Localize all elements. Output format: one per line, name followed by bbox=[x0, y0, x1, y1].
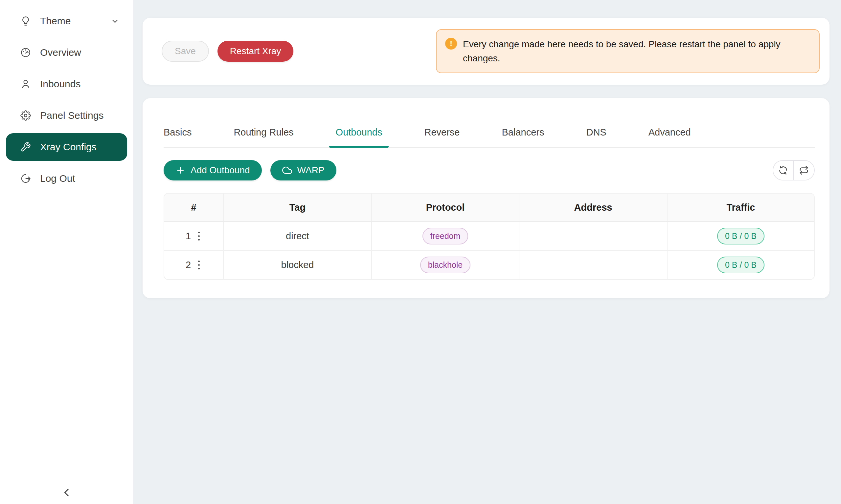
alert-text: Every change made here needs to be saved… bbox=[463, 37, 809, 66]
traffic-badge: 0 B / 0 B bbox=[717, 257, 765, 273]
warning-icon: ! bbox=[445, 38, 457, 50]
row-index: 2 bbox=[186, 259, 191, 270]
logout-icon bbox=[20, 173, 31, 184]
table-row: 2 blocked blackhole 0 B / 0 B bbox=[164, 250, 814, 279]
restart-warning-alert: ! Every change made here needs to be sav… bbox=[436, 29, 820, 73]
address-cell bbox=[519, 250, 667, 279]
table-row: 1 direct freedom 0 B / 0 B bbox=[164, 221, 814, 250]
sync-button[interactable] bbox=[773, 161, 794, 180]
sidebar-item-overview[interactable]: Overview bbox=[6, 39, 127, 66]
address-cell bbox=[519, 221, 667, 250]
plus-icon bbox=[175, 165, 185, 175]
kebab-menu-icon[interactable] bbox=[196, 230, 202, 242]
sidebar-item-panel-settings[interactable]: Panel Settings bbox=[6, 102, 127, 129]
tab-outbounds[interactable]: Outbounds bbox=[336, 127, 382, 147]
header-address: Address bbox=[519, 194, 667, 221]
sidebar-item-label: Overview bbox=[40, 47, 81, 58]
repeat-button[interactable] bbox=[794, 161, 814, 180]
kebab-menu-icon[interactable] bbox=[196, 258, 202, 271]
restart-xray-button[interactable]: Restart Xray bbox=[218, 41, 294, 62]
toolbar-card: Save Restart Xray ! Every change made he… bbox=[142, 18, 829, 85]
bulb-icon bbox=[20, 16, 31, 26]
sync-icon bbox=[778, 165, 788, 175]
sidebar-item-label: Theme bbox=[40, 15, 71, 26]
table-actions-row: Add Outbound WARP bbox=[164, 160, 815, 180]
main-content: Save Restart Xray ! Every change made he… bbox=[133, 0, 841, 504]
sidebar-nav: Theme Overview Inbounds Panel Settings bbox=[0, 0, 133, 192]
sidebar-item-log-out[interactable]: Log Out bbox=[6, 165, 127, 192]
user-icon bbox=[20, 79, 31, 89]
wrench-icon bbox=[20, 142, 31, 152]
tab-balancers[interactable]: Balancers bbox=[502, 127, 544, 147]
sidebar-item-label: Inbounds bbox=[40, 78, 81, 90]
header-index: # bbox=[164, 194, 223, 221]
tag-cell: direct bbox=[223, 221, 372, 250]
sidebar-item-inbounds[interactable]: Inbounds bbox=[6, 70, 127, 98]
add-outbound-label: Add Outbound bbox=[191, 165, 250, 176]
tag-cell: blocked bbox=[223, 250, 372, 279]
protocol-badge: blackhole bbox=[420, 257, 471, 273]
sidebar-item-theme[interactable]: Theme bbox=[6, 7, 127, 35]
warp-button[interactable]: WARP bbox=[270, 160, 337, 180]
sidebar-item-label: Log Out bbox=[40, 173, 75, 184]
sidebar: Theme Overview Inbounds Panel Settings bbox=[0, 0, 133, 504]
header-tag: Tag bbox=[223, 194, 372, 221]
tab-reverse[interactable]: Reverse bbox=[424, 127, 460, 147]
tab-dns[interactable]: DNS bbox=[586, 127, 606, 147]
tab-basics[interactable]: Basics bbox=[164, 127, 191, 147]
sidebar-item-label: Panel Settings bbox=[40, 110, 103, 121]
chevron-down-icon bbox=[111, 17, 119, 25]
save-button[interactable]: Save bbox=[161, 41, 209, 62]
cloud-icon bbox=[282, 165, 292, 175]
header-traffic: Traffic bbox=[667, 194, 814, 221]
xray-config-card: Basics Routing Rules Outbounds Reverse B… bbox=[142, 98, 829, 298]
protocol-badge: freedom bbox=[423, 228, 468, 245]
dashboard-icon bbox=[20, 47, 31, 58]
sidebar-item-label: Xray Configs bbox=[40, 141, 97, 152]
repeat-icon bbox=[799, 165, 809, 175]
chevron-left-icon bbox=[61, 487, 72, 499]
config-tabbar: Basics Routing Rules Outbounds Reverse B… bbox=[164, 127, 815, 148]
refresh-button-group bbox=[773, 160, 815, 180]
sidebar-collapse-button[interactable] bbox=[0, 487, 133, 499]
add-outbound-button[interactable]: Add Outbound bbox=[164, 160, 262, 180]
traffic-badge: 0 B / 0 B bbox=[717, 228, 765, 245]
table-header-row: # Tag Protocol Address Traffic bbox=[164, 194, 814, 221]
row-index: 1 bbox=[186, 231, 191, 241]
tab-routing-rules[interactable]: Routing Rules bbox=[234, 127, 293, 147]
sidebar-item-xray-configs[interactable]: Xray Configs bbox=[6, 133, 127, 161]
tab-advanced[interactable]: Advanced bbox=[649, 127, 691, 147]
header-protocol: Protocol bbox=[372, 194, 519, 221]
outbounds-table: # Tag Protocol Address Traffic 1 bbox=[164, 193, 815, 280]
gear-icon bbox=[20, 110, 31, 121]
warp-label: WARP bbox=[297, 165, 325, 176]
